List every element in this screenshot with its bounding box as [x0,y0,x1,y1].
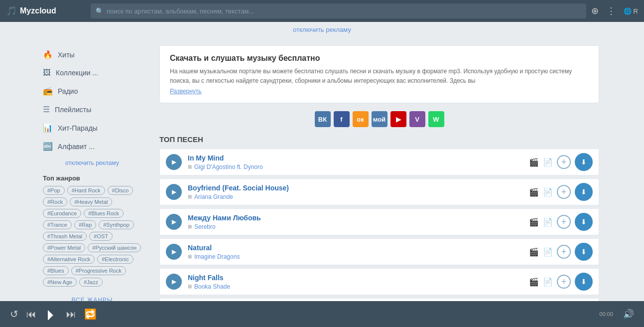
video-icon[interactable]: 🎬 [529,247,539,257]
prev-button[interactable]: ⏮ [26,309,36,320]
song-title[interactable]: Natural [188,244,523,252]
artist-name[interactable]: Imagine Dragons [194,253,240,260]
genre-tag[interactable]: #Русский шансон [88,243,141,252]
genre-tag[interactable]: #Jazz [79,278,103,287]
add-to-playlist-button[interactable]: + [557,215,571,229]
genre-tag[interactable]: #OST [89,232,113,241]
player-controls: ↺ ⏮ ⏵ ⏭ 🔁 [10,306,97,323]
add-to-playlist-button[interactable]: + [557,155,571,169]
sidebar-item-playlists[interactable]: ☰ Плейлисты [35,100,149,119]
sidebar-item-radio[interactable]: 📻 Радио [35,82,149,100]
genre-tag[interactable]: #Electronic [97,255,133,264]
song-actions: 🎬 📄 + ⬇ [529,183,593,201]
genre-tag[interactable]: #Hard Rock [67,186,105,195]
download-button[interactable]: ⬇ [575,243,593,261]
top-songs-title: ТОП ПЕСЕН [159,135,599,144]
collections-icon: 🖼 [43,68,51,77]
genre-tag[interactable]: #Blues [43,266,69,275]
social-btn-vk[interactable]: ВК [315,111,331,127]
genre-tag[interactable]: #Heavy Metal [70,197,112,206]
lyrics-icon[interactable]: 📄 [543,277,553,287]
next-button[interactable]: ⏭ [66,309,76,320]
artist-name[interactable]: Booka Shade [194,283,230,290]
play-button[interactable]: ⏵ [44,306,58,323]
song-title[interactable]: In My Mind [188,154,523,162]
sidebar-item-alphabet[interactable]: 🔤 Алфавит ... [35,137,149,156]
play-song-button[interactable]: ▶ [166,274,182,290]
download-button[interactable]: ⬇ [575,183,593,201]
genre-tag[interactable]: #Power Metal [43,243,85,252]
genre-tag[interactable]: #Synthpop [99,220,134,229]
intro-title: Скачать и слушать музыку бесплатно [170,54,589,63]
lyrics-icon[interactable]: 📄 [543,187,553,197]
genre-tag[interactable]: #New Age [43,278,77,287]
login-icon[interactable]: ⊕ [591,5,599,16]
song-info: Night Falls ⊞ Booka Shade [188,274,523,290]
current-time: 00:00 [599,311,613,317]
genre-tag[interactable]: #Rock [43,197,67,206]
add-to-playlist-button[interactable]: + [557,275,571,289]
song-artist: ⊞ Gigi D'Agostino ft. Dynoro [188,164,523,170]
genre-tag[interactable]: #Rap [74,220,96,229]
radio-icon: 📻 [43,86,53,96]
lyrics-icon[interactable]: 📄 [543,247,553,257]
play-song-button[interactable]: ▶ [166,244,182,260]
song-title[interactable]: Boyfriend (Feat. Social House) [188,184,523,192]
social-btn-yt[interactable]: ▶ [390,111,406,127]
song-artist: ⊞ Imagine Dragons [188,253,523,260]
search-input[interactable] [107,7,581,15]
download-button[interactable]: ⬇ [575,273,593,291]
social-btn-ok[interactable]: ок [353,111,369,127]
genre-tag[interactable]: #Alternative Rock [43,255,95,264]
rewind-button[interactable]: ↺ [10,308,18,320]
volume-icon[interactable]: 🔊 [623,309,634,320]
menu-icon[interactable]: ⋮ [607,5,616,16]
player-bar: ↺ ⏮ ⏵ ⏭ 🔁 00:00 🔊 [0,301,644,327]
disable-ad-link[interactable]: отключить рекламу [293,26,351,33]
sidebar-item-charts[interactable]: 📊 Хит-Парады [35,119,149,137]
video-icon[interactable]: 🎬 [529,217,539,227]
genre-tags: #Pop#Hard Rock#Disco#Rock#Heavy Metal#Eu… [43,186,141,287]
add-to-playlist-button[interactable]: + [557,245,571,259]
artist-name[interactable]: Ariana Grande [194,193,233,200]
genre-tag[interactable]: #Progressive Rock [71,266,126,275]
table-row: ▶ In My Mind ⊞ Gigi D'Agostino ft. Dynor… [159,149,599,175]
lyrics-icon[interactable]: 📄 [543,158,553,167]
sidebar-ad[interactable]: отключить рекламу [35,156,149,170]
genre-tag[interactable]: #Thrash Metal [43,232,87,241]
video-icon[interactable]: 🎬 [529,277,539,287]
download-button[interactable]: ⬇ [575,213,593,231]
artist-icon: ⊞ [188,254,192,259]
region-label[interactable]: 🌐 R [624,7,638,15]
artist-name[interactable]: Gigi D'Agostino ft. Dynoro [194,164,263,170]
search-bar[interactable]: 🔍 [91,3,586,18]
intro-box: Скачать и слушать музыку бесплатно На на… [159,45,599,103]
song-title[interactable]: Между Нами Любовь [188,214,523,222]
play-song-button[interactable]: ▶ [166,214,182,230]
hits-icon: 🔥 [43,50,53,59]
video-icon[interactable]: 🎬 [529,187,539,197]
artist-name[interactable]: Serebro [194,223,216,230]
alphabet-icon: 🔤 [43,142,53,151]
social-btn-vi[interactable]: V [409,111,425,127]
song-title[interactable]: Night Falls [188,274,523,282]
genre-tag[interactable]: #Disco [108,186,133,195]
genre-tag[interactable]: #Eurodance [43,209,81,218]
intro-expand-link[interactable]: Развернуть [170,88,202,95]
play-song-button[interactable]: ▶ [166,154,182,170]
sidebar-item-hits[interactable]: 🔥 Хиты [35,45,149,64]
video-icon[interactable]: 🎬 [529,158,539,167]
social-btn-fb[interactable]: f [334,111,350,127]
genre-tag[interactable]: #Trance [43,220,72,229]
repeat-button[interactable]: 🔁 [84,308,97,320]
social-btn-my[interactable]: мой [372,111,387,127]
genre-tag[interactable]: #Pop [43,186,65,195]
genre-tag[interactable]: #Blues Rock [84,209,124,218]
lyrics-icon[interactable]: 📄 [543,217,553,227]
download-button[interactable]: ⬇ [575,153,593,171]
sidebar-item-collections[interactable]: 🖼 Коллекции ... [35,64,149,82]
social-btn-wa[interactable]: W [428,111,444,127]
table-row: ▶ Между Нами Любовь ⊞ Serebro 🎬 📄 + ⬇ [159,208,599,235]
add-to-playlist-button[interactable]: + [557,185,571,199]
play-song-button[interactable]: ▶ [166,184,182,200]
